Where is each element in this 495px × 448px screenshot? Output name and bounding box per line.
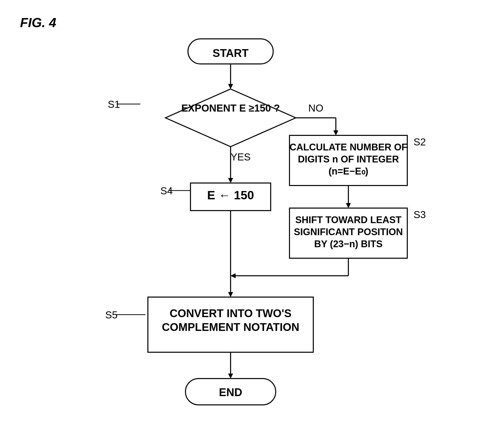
s5-text-line2: COMPLEMENT NOTATION bbox=[162, 321, 299, 333]
svg-marker-21 bbox=[228, 292, 233, 297]
s2-text-line1: CALCULATE NUMBER OF bbox=[289, 142, 407, 152]
svg-marker-16 bbox=[231, 273, 236, 278]
s4-text: E ← 150 bbox=[207, 189, 254, 202]
decision-text-line1: EXPONENT E ≥150 ? bbox=[181, 103, 280, 114]
s2-label: S2 bbox=[414, 136, 426, 147]
end-label: END bbox=[219, 386, 242, 398]
svg-marker-9 bbox=[333, 130, 338, 135]
svg-marker-4 bbox=[165, 89, 296, 147]
yes-label: YES bbox=[231, 151, 251, 162]
s3-text-line3: BY (23−n) BITS bbox=[314, 239, 383, 249]
s5-text-line1: CONVERT INTO TWO'S bbox=[170, 307, 291, 319]
s3-label: S3 bbox=[414, 209, 426, 220]
start-label: START bbox=[213, 47, 249, 59]
flowchart-diagram: START S1 EXPONENT E ≥150 ? YES NO CALCUL… bbox=[0, 0, 495, 448]
svg-marker-6 bbox=[228, 178, 233, 183]
s2-text-line2: DIGITS n OF INTEGER bbox=[298, 154, 399, 164]
s3-text-line1: SHIFT TOWARD LEAST bbox=[295, 215, 402, 225]
page-container: FIG. 4 START S1 EXPONENT E ≥150 ? YES NO… bbox=[0, 0, 495, 448]
no-label: NO bbox=[308, 103, 323, 114]
svg-marker-12 bbox=[346, 203, 351, 208]
svg-marker-2 bbox=[228, 84, 233, 89]
s3-text-line2: SIGNIFICANT POSITION bbox=[294, 227, 403, 237]
svg-marker-25 bbox=[228, 374, 233, 379]
s2-text-line3: (n=E−E₀) bbox=[329, 166, 368, 176]
